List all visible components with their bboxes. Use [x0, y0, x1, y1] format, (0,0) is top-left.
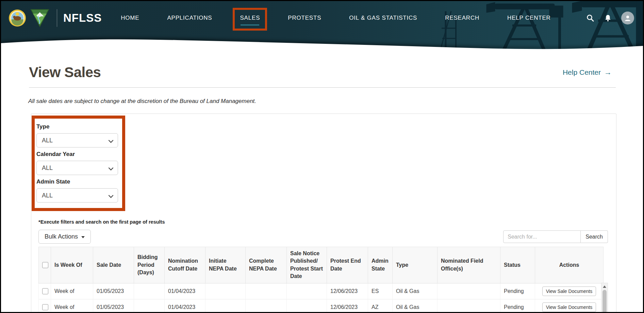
- cell-nomination-cutoff: 01/04/2023: [165, 299, 205, 313]
- nav-menu: HOME APPLICATIONS SALES PROTESTS OIL & G…: [121, 15, 550, 21]
- nav-item-research[interactable]: RESEARCH: [445, 15, 479, 21]
- cell-complete-nepa: [246, 299, 287, 313]
- scroll-up-arrow-icon[interactable]: [603, 285, 606, 288]
- calendar-year-select[interactable]: ALL: [36, 161, 118, 175]
- sales-panel: Type ALL Calendar Year ALL Admin State A…: [31, 114, 616, 313]
- chevron-down-icon: [108, 166, 114, 172]
- cell-initiate-nepa: [205, 299, 246, 313]
- table-row: Week of 01/05/2023 01/04/2023 12/06/2023…: [39, 299, 604, 313]
- agency-logos: [9, 9, 49, 27]
- calendar-year-select-value: ALL: [42, 164, 53, 172]
- cell-status: Pending: [500, 283, 535, 299]
- cell-nomination-cutoff: 01/04/2023: [165, 283, 205, 299]
- nav-divider: [57, 9, 57, 27]
- table-header-row: Is Week Of Sale Date Bidding Period (Day…: [39, 247, 604, 283]
- help-center-link[interactable]: Help Center →: [563, 68, 612, 77]
- chevron-down-icon: [108, 138, 114, 144]
- admin-state-select-value: ALL: [42, 192, 53, 199]
- cell-type: Oil & Gas: [393, 283, 437, 299]
- search-group: Search: [503, 230, 608, 243]
- nav-item-sales[interactable]: SALES: [240, 15, 260, 21]
- help-center-link-label: Help Center: [563, 68, 601, 76]
- arrow-right-icon: →: [604, 68, 612, 77]
- col-complete-nepa-date: Complete NEPA Date: [246, 247, 287, 283]
- nav-item-protests[interactable]: PROTESTS: [288, 15, 321, 21]
- scrollbar-thumb[interactable]: [602, 290, 607, 313]
- nav-item-help-center[interactable]: HELP CENTER: [507, 15, 551, 21]
- filters-annotation-box: Type ALL Calendar Year ALL Admin State A…: [32, 116, 125, 211]
- col-nomination-cutoff-date: Nomination Cutoff Date: [165, 247, 205, 283]
- cell-status: Pending: [500, 299, 535, 313]
- sales-table-container: Is Week Of Sale Date Bidding Period (Day…: [38, 247, 608, 313]
- filter-field-admin-state: Admin State ALL: [36, 178, 118, 203]
- blm-logo-icon: [30, 9, 49, 27]
- cell-is-week-of: Week of: [51, 283, 93, 299]
- col-initiate-nepa-date: Initiate NEPA Date: [205, 247, 246, 283]
- col-is-week-of: Is Week Of: [51, 247, 93, 283]
- calendar-year-label: Calendar Year: [36, 151, 118, 158]
- col-status: Status: [500, 247, 535, 283]
- col-nominated-field-offices: Nominated Field Office(s): [437, 247, 500, 283]
- cell-sale-notice: [287, 299, 327, 313]
- cell-admin-state: AZ: [368, 299, 393, 313]
- user-avatar-icon[interactable]: [621, 12, 634, 24]
- admin-state-select[interactable]: ALL: [36, 188, 118, 203]
- row-checkbox[interactable]: [42, 304, 48, 310]
- search-button[interactable]: Search: [581, 230, 608, 243]
- page-title: View Sales: [29, 64, 101, 81]
- table-row: Week of 01/05/2023 01/04/2023 12/06/2023…: [39, 283, 604, 299]
- nav-item-oil-gas-statistics[interactable]: OIL & GAS STATISTICS: [349, 15, 417, 21]
- col-type: Type: [393, 247, 437, 283]
- col-bidding-period: Bidding Period (Days): [134, 247, 165, 283]
- sales-table: Is Week Of Sale Date Bidding Period (Day…: [38, 247, 604, 313]
- col-protest-end-date: Protest End Date: [327, 247, 368, 283]
- admin-state-label: Admin State: [36, 178, 118, 185]
- sale-dates-notice: All sale dates are subject to change at …: [28, 98, 643, 105]
- cell-bidding-period: [134, 299, 165, 313]
- doi-seal-icon: [9, 9, 26, 27]
- cell-sale-date: 01/05/2023: [93, 299, 134, 313]
- nav-bar: NFLSS HOME APPLICATIONS SALES PROTESTS O…: [1, 1, 643, 35]
- cell-sale-notice: [287, 283, 327, 299]
- search-icon[interactable]: [586, 14, 595, 22]
- execute-filters-note: *Execute filters and search on the first…: [38, 219, 608, 225]
- top-header: NFLSS HOME APPLICATIONS SALES PROTESTS O…: [1, 1, 643, 51]
- nav-icons: [586, 12, 634, 24]
- type-select[interactable]: ALL: [36, 133, 118, 147]
- title-divider: [29, 87, 616, 88]
- col-actions: Actions: [535, 247, 604, 283]
- cell-initiate-nepa: [205, 283, 246, 299]
- bulk-actions-label: Bulk Actions: [45, 233, 78, 240]
- cell-admin-state: ES: [368, 283, 393, 299]
- cell-type: Oil & Gas: [393, 299, 437, 313]
- col-admin-state: Admin State: [368, 247, 393, 283]
- table-toolbar: Bulk Actions Search: [38, 230, 608, 244]
- screenshot-frame: NFLSS HOME APPLICATIONS SALES PROTESTS O…: [0, 0, 644, 313]
- col-sale-date: Sale Date: [93, 247, 134, 283]
- filter-field-calendar-year: Calendar Year ALL: [36, 151, 118, 175]
- cell-bidding-period: [134, 283, 165, 299]
- bulk-actions-button[interactable]: Bulk Actions: [38, 230, 91, 244]
- bell-icon[interactable]: [604, 14, 612, 22]
- view-sale-documents-button[interactable]: View Sale Documents: [542, 286, 596, 296]
- table-vertical-scrollbar[interactable]: [601, 283, 608, 313]
- view-sale-documents-button[interactable]: View Sale Documents: [542, 302, 596, 312]
- type-label: Type: [36, 123, 118, 130]
- cell-sale-date: 01/05/2023: [93, 283, 134, 299]
- nav-item-applications[interactable]: APPLICATIONS: [167, 15, 212, 21]
- cell-is-week-of: Week of: [51, 299, 93, 313]
- row-checkbox[interactable]: [42, 288, 48, 294]
- cell-protest-end: 12/06/2023: [327, 283, 368, 299]
- nav-item-home[interactable]: HOME: [121, 15, 139, 21]
- cell-field-offices: [437, 283, 500, 299]
- cell-field-offices: [437, 299, 500, 313]
- select-all-checkbox[interactable]: [42, 262, 48, 268]
- cell-protest-end: 12/06/2023: [327, 299, 368, 313]
- col-sale-notice-published: Sale Notice Published/ Protest Start Dat…: [287, 247, 327, 283]
- chevron-down-icon: [108, 193, 114, 199]
- select-all-header-cell: [39, 247, 51, 283]
- type-select-value: ALL: [42, 137, 53, 144]
- search-input[interactable]: [503, 230, 581, 243]
- app-brand: NFLSS: [63, 12, 102, 24]
- filter-field-type: Type ALL: [36, 123, 118, 147]
